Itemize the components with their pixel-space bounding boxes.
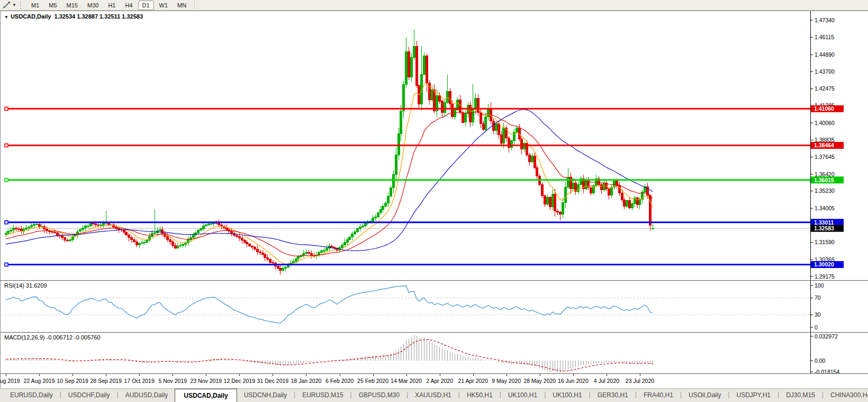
chart-tab-fra40-h1[interactable]: FRA40,H1: [637, 389, 680, 402]
date-label: 31 Dec 2019: [257, 378, 289, 384]
chart-tab-usoil-daily[interactable]: USOil,Daily: [682, 389, 728, 402]
date-tick: [507, 374, 507, 376]
date-label: 23 Nov 2019: [191, 378, 222, 384]
chart-tab-uk100-h1[interactable]: UK100,H1: [501, 389, 544, 402]
timeframe-button-m15[interactable]: M15: [62, 1, 82, 10]
chart-tab-usdcnh-daily[interactable]: USDCNH,Daily: [237, 389, 294, 402]
date-tick: [373, 374, 374, 376]
date-tick: [607, 374, 607, 376]
svg-text:1.41060: 1.41060: [814, 105, 834, 112]
hline-handle[interactable]: [5, 221, 8, 224]
chart-tab-china300-h4[interactable]: CHINA300,H4: [824, 389, 868, 402]
price-tag-1.30020: 1.30020: [811, 261, 844, 268]
macd-chart[interactable]: 0.0329720.00-0.018154: [1, 333, 868, 373]
svg-text:1.32583: 1.32583: [814, 225, 834, 231]
macd-histogram: [6, 335, 653, 372]
price-tag-1.38464: 1.38464: [811, 142, 844, 149]
date-tick: [139, 374, 140, 376]
date-label: 28 Sep 2019: [90, 378, 122, 384]
svg-text:1.38464: 1.38464: [814, 142, 834, 148]
date-tick: [6, 374, 6, 376]
bullish-candles: [5, 30, 654, 272]
chart-tab-uk100-h1[interactable]: UK100,H1: [546, 389, 589, 402]
line-tool-icon[interactable]: [2, 1, 11, 10]
svg-text:1.31590: 1.31590: [815, 239, 835, 245]
date-tick: [106, 374, 106, 376]
macd-label: MACD(12,26,9) -0.006712 -0.005760: [4, 334, 101, 341]
date-tick: [239, 374, 240, 376]
hline-handle[interactable]: [5, 144, 8, 147]
timeframe-button-m1[interactable]: M1: [27, 1, 43, 10]
macd-scale: 0.0329720.00-0.018154: [6, 333, 868, 373]
timeframe-button-h1[interactable]: H1: [104, 1, 120, 10]
date-label: 23 Jul 2020: [626, 378, 654, 384]
collapse-triangle-icon[interactable]: ▼: [4, 15, 8, 20]
chart-title: ▼USDCAD,Daily 1.32534 1.32887 1.32511 1.…: [4, 13, 143, 20]
chart-tab-audusd-daily[interactable]: AUDUSD,Daily: [119, 389, 175, 402]
svg-text:1.30020: 1.30020: [814, 261, 834, 267]
timeframe-toolbar: ▼ M1M5M15M30H1H4D1W1MN: [0, 0, 868, 11]
dropdown-caret-icon[interactable]: ▼: [11, 3, 17, 7]
timeframe-button-w1[interactable]: W1: [155, 1, 173, 10]
svg-text:1.42475: 1.42475: [815, 85, 835, 92]
hline-handle[interactable]: [5, 178, 8, 182]
date-label: 2 Apr 2020: [426, 378, 453, 384]
chart-tab-usdjpy-h1[interactable]: USDJPY,H1: [730, 389, 777, 402]
svg-text:0: 0: [815, 324, 818, 330]
date-label: 14 Mar 2020: [391, 378, 422, 384]
candlestick-chart[interactable]: 1.473401.461151.448901.437001.424751.412…: [1, 11, 868, 280]
svg-text:1.46115: 1.46115: [815, 34, 834, 40]
date-label: 4 Jul 2020: [594, 378, 619, 384]
chart-tab-eurusd-m15[interactable]: EURUSD,M15: [295, 389, 350, 402]
svg-text:1.36015: 1.36015: [814, 177, 834, 183]
ma-medium-line: [6, 112, 653, 256]
date-tick: [540, 374, 540, 376]
svg-text:1.29175: 1.29175: [815, 273, 835, 280]
rsi-scale: 10070300: [5, 281, 868, 332]
rsi-label: RSI(14) 31.6209: [4, 282, 47, 289]
svg-text:1.44890: 1.44890: [815, 51, 835, 58]
chart-tab-xauusd-h1[interactable]: XAUUSD,H1: [408, 389, 458, 402]
date-tick: [39, 374, 40, 376]
date-tick: [173, 374, 173, 376]
date-label: 21 Apr 2020: [458, 378, 488, 384]
svg-text:1.33011: 1.33011: [814, 219, 834, 226]
svg-text:1.35230: 1.35230: [815, 187, 835, 194]
date-label: 18 Jan 2020: [291, 378, 322, 384]
date-label: 12 Dec 2019: [224, 378, 256, 384]
date-tick: [640, 374, 640, 376]
date-label: 28 May 2020: [523, 378, 556, 384]
hline-handle[interactable]: [5, 263, 8, 266]
timeframe-button-h4[interactable]: H4: [121, 1, 137, 10]
symbol-label: USDCAD,Daily: [11, 13, 51, 20]
timeframe-button-m5[interactable]: M5: [44, 1, 61, 10]
date-tick: [306, 374, 306, 376]
chart-tab-hk50-h1[interactable]: HK50,H1: [460, 389, 500, 402]
rsi-chart[interactable]: 10070300: [1, 281, 868, 332]
rsi-panel[interactable]: 10070300 RSI(14) 31.6209: [1, 281, 868, 333]
hline-handle[interactable]: [5, 107, 8, 110]
macd-panel[interactable]: 0.0329720.00-0.018154 MACD(12,26,9) -0.0…: [1, 333, 868, 374]
chart-tab-gbpusd-m30[interactable]: GBPUSD,M30: [352, 389, 406, 402]
chart-tab-ger30-h1[interactable]: GER30,H1: [591, 389, 635, 402]
toolbar-separator: [194, 1, 195, 9]
date-tick: [206, 374, 206, 376]
svg-text:30: 30: [815, 311, 821, 318]
date-axis[interactable]: 3 Aug 201922 Aug 201910 Sep 201928 Sep 2…: [1, 374, 868, 388]
macd-signal-line: [6, 340, 653, 371]
chart-tabbar: EURUSD,Daily|USDCHF,Daily|AUDUSD,DailyUS…: [0, 388, 868, 402]
chart-tab-dj30-m15[interactable]: DJ30,M15: [779, 389, 822, 402]
timeframe-button-m30[interactable]: M30: [83, 1, 103, 10]
timeframe-button-d1[interactable]: D1: [138, 1, 154, 10]
chart-tab-usdchf-daily[interactable]: USDCHF,Daily: [61, 389, 117, 402]
chart-tab-eurusd-daily[interactable]: EURUSD,Daily: [3, 389, 60, 402]
timeframe-button-mn[interactable]: MN: [173, 1, 191, 10]
svg-text:1.34005: 1.34005: [815, 205, 835, 211]
svg-text:0.00: 0.00: [815, 358, 826, 364]
date-tick: [406, 374, 407, 376]
chart-tab-usdcad-daily[interactable]: USDCAD,Daily: [175, 389, 237, 402]
price-chart-panel[interactable]: 1.473401.461151.448901.437001.424751.412…: [1, 11, 868, 281]
date-label: 10 Sep 2019: [57, 378, 88, 384]
chart-window: 1.473401.461151.448901.437001.424751.412…: [0, 11, 868, 388]
svg-text:1.47340: 1.47340: [815, 17, 835, 23]
